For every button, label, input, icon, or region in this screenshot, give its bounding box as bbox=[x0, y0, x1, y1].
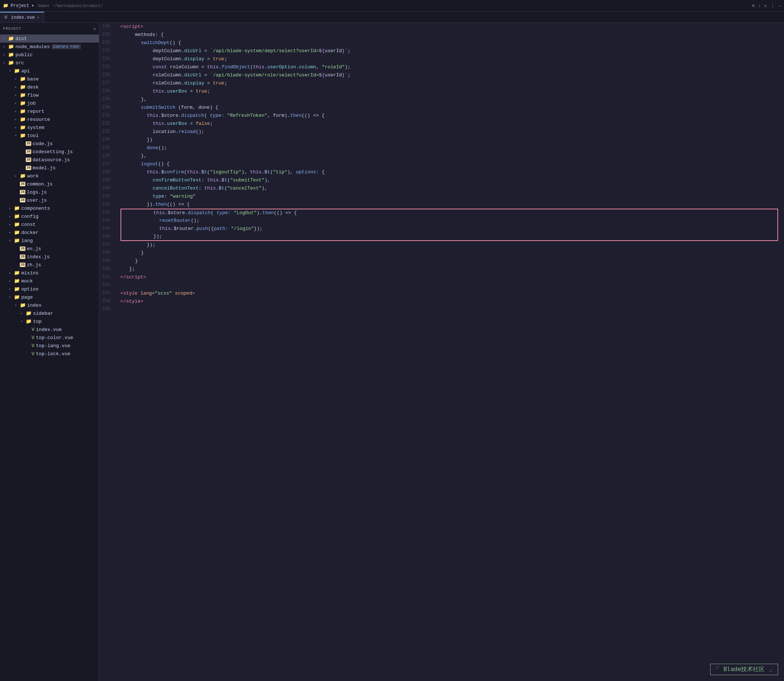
tree-item-index-vue[interactable]: V index.vue bbox=[0, 325, 99, 334]
folder-name-mixins: mixins bbox=[21, 270, 39, 276]
line-numbers: 106 210 220 223 224 225 226 227 228 229 … bbox=[99, 23, 115, 681]
code-line-253: <style lang="scss" scoped> bbox=[120, 290, 778, 298]
folder-icon-config: 📁 bbox=[14, 214, 20, 219]
tree-item-common-js[interactable]: JS common.js bbox=[0, 180, 99, 188]
folder-arrow-tool bbox=[15, 133, 20, 138]
js-icon-model: JS bbox=[26, 166, 31, 170]
tree-item-lang[interactable]: 📁 lang bbox=[0, 236, 99, 245]
folder-name-const: const bbox=[21, 222, 36, 227]
code-text: submitSwitch bbox=[141, 104, 178, 112]
folder-arrow-base bbox=[15, 77, 20, 81]
folder-icon-desk: 📁 bbox=[20, 84, 26, 90]
new-file-icon[interactable]: ⊕ bbox=[752, 3, 755, 9]
folder-arrow-src bbox=[3, 60, 8, 65]
tree-item-system[interactable]: 📁 system bbox=[0, 124, 99, 131]
folder-arrow-config bbox=[9, 214, 14, 219]
tree-item-code-js[interactable]: JS code.js bbox=[0, 139, 99, 148]
folder-arrow-components bbox=[9, 206, 14, 211]
tree-item-public[interactable]: 📁 public bbox=[0, 51, 99, 59]
file-tree-sidebar[interactable]: Project ⚙ 📁 dist 📁 node_modules library … bbox=[0, 23, 99, 681]
tree-item-index-folder[interactable]: 📁 index bbox=[0, 301, 99, 309]
code-line-230: submitSwitch (form, done) { bbox=[120, 104, 778, 112]
tree-item-model-js[interactable]: JS model.js bbox=[0, 164, 99, 172]
tree-item-work[interactable]: 📁 work bbox=[0, 172, 99, 180]
tree-item-zh-js[interactable]: JS zh.js bbox=[0, 261, 99, 269]
project-label[interactable]: 📁 Project ▾ Saber ~/Workspaces/product/ bbox=[3, 3, 103, 8]
folder-name-public: public bbox=[16, 52, 33, 58]
folder-name-mock: mock bbox=[21, 279, 33, 284]
tree-item-top-lock-vue[interactable]: V top-lock.vue bbox=[0, 350, 99, 358]
tree-item-report[interactable]: 📁 report bbox=[0, 107, 99, 115]
tree-item-docker[interactable]: 📁 docker bbox=[0, 228, 99, 236]
ln-252: 252 bbox=[102, 281, 110, 290]
close-icon[interactable]: ✕ bbox=[764, 3, 767, 9]
code-text: methods bbox=[135, 31, 155, 39]
code-line-224: deptColumn.display = true; bbox=[120, 55, 778, 63]
tree-item-api[interactable]: 📁 api bbox=[0, 67, 99, 75]
tab-close-button[interactable]: ✕ bbox=[37, 15, 40, 20]
vue-file-icon: V bbox=[5, 15, 7, 20]
ln-233: 233 bbox=[102, 128, 110, 136]
folder-icon-node-modules: 📁 bbox=[8, 44, 14, 49]
vue-icon-top-lock: V bbox=[32, 351, 35, 357]
minimize-icon[interactable]: — bbox=[778, 3, 781, 9]
tree-item-sidebar-folder[interactable]: 📁 sidebar bbox=[0, 309, 99, 317]
code-line-254: </style> bbox=[120, 298, 778, 306]
tree-item-datasource-js[interactable]: JS datasource.js bbox=[0, 156, 99, 164]
code-line-243: this.$store.dispatch( type: "LogOut").th… bbox=[120, 209, 778, 217]
tree-item-config[interactable]: 📁 config bbox=[0, 212, 99, 220]
code-text: }); bbox=[147, 241, 155, 249]
more-icon[interactable]: ⋮ bbox=[770, 3, 775, 9]
tree-item-mock[interactable]: 📁 mock bbox=[0, 277, 99, 285]
folder-name-src: src bbox=[16, 60, 24, 66]
folder-name-report: report bbox=[27, 109, 44, 114]
ln-225: 225 bbox=[102, 63, 110, 71]
settings-icon[interactable]: ⚙ bbox=[93, 27, 96, 31]
code-editor[interactable]: 106 210 220 223 224 225 226 227 228 229 … bbox=[99, 23, 784, 681]
folder-arrow-page bbox=[9, 295, 14, 299]
tree-item-page[interactable]: 📁 page bbox=[0, 293, 99, 301]
tab-index-vue[interactable]: V index.vue ✕ bbox=[0, 12, 44, 22]
tree-item-node-modules[interactable]: 📁 node_modules library root bbox=[0, 43, 99, 51]
js-icon-zh: JS bbox=[20, 263, 25, 267]
folder-name-page: page bbox=[21, 295, 33, 300]
ln-253: 253 bbox=[102, 290, 110, 298]
tree-item-dist[interactable]: 📁 dist bbox=[0, 35, 99, 43]
tree-item-top-color-vue[interactable]: V top-color.vue bbox=[0, 334, 99, 342]
folder-arrow-job bbox=[15, 101, 20, 105]
tree-item-desk[interactable]: 📁 desk bbox=[0, 83, 99, 91]
file-name-top-color-vue: top-color.vue bbox=[36, 335, 73, 340]
ln-230: 230 bbox=[102, 104, 110, 112]
sort-icon[interactable]: ↕ bbox=[758, 3, 761, 9]
folder-name-docker: docker bbox=[21, 230, 39, 236]
tree-item-top-lang-vue[interactable]: V top-lang.vue bbox=[0, 342, 99, 350]
folder-icon-system: 📁 bbox=[20, 125, 26, 130]
tree-item-resource[interactable]: 📁 resource bbox=[0, 115, 99, 124]
folder-name-job: job bbox=[27, 101, 36, 106]
tree-item-option[interactable]: 📁 option bbox=[0, 285, 99, 293]
code-text: roleColumn bbox=[153, 80, 182, 87]
tree-item-index-js[interactable]: JS index.js bbox=[0, 253, 99, 261]
tree-item-codesetting-js[interactable]: JS codesetting.js bbox=[0, 148, 99, 156]
tree-item-src[interactable]: 📁 src bbox=[0, 59, 99, 67]
tree-item-flow[interactable]: 📁 flow bbox=[0, 91, 99, 99]
window-controls: ⊕ ↕ ✕ ⋮ — bbox=[752, 3, 781, 9]
tree-item-tool[interactable]: 📁 tool bbox=[0, 131, 99, 139]
code-line-244: resetRouter(); bbox=[120, 217, 778, 225]
folder-arrow-node-modules bbox=[3, 44, 8, 49]
ln-224: 224 bbox=[102, 55, 110, 63]
tree-item-mixins[interactable]: 📁 mixins bbox=[0, 269, 99, 277]
tree-item-user-js[interactable]: JS user.js bbox=[0, 196, 99, 204]
folder-arrow-resource bbox=[15, 117, 20, 122]
folder-name-resource: resource bbox=[27, 117, 50, 122]
tree-item-top-folder[interactable]: 📁 top bbox=[0, 317, 99, 325]
tree-item-en-js[interactable]: JS en.js bbox=[0, 245, 99, 253]
tree-item-job[interactable]: 📁 job bbox=[0, 99, 99, 107]
folder-name-sidebar: sidebar bbox=[33, 311, 53, 316]
tree-item-base[interactable]: 📁 base bbox=[0, 75, 99, 83]
file-name-zh-js: zh.js bbox=[27, 262, 41, 268]
tree-item-components[interactable]: 📁 components bbox=[0, 204, 99, 212]
tree-item-const[interactable]: 📁 const bbox=[0, 220, 99, 228]
code-line-231: this.$store.dispatch( type: "RefreshToke… bbox=[120, 112, 778, 120]
tree-item-logs-js[interactable]: JS logs.js bbox=[0, 188, 99, 196]
